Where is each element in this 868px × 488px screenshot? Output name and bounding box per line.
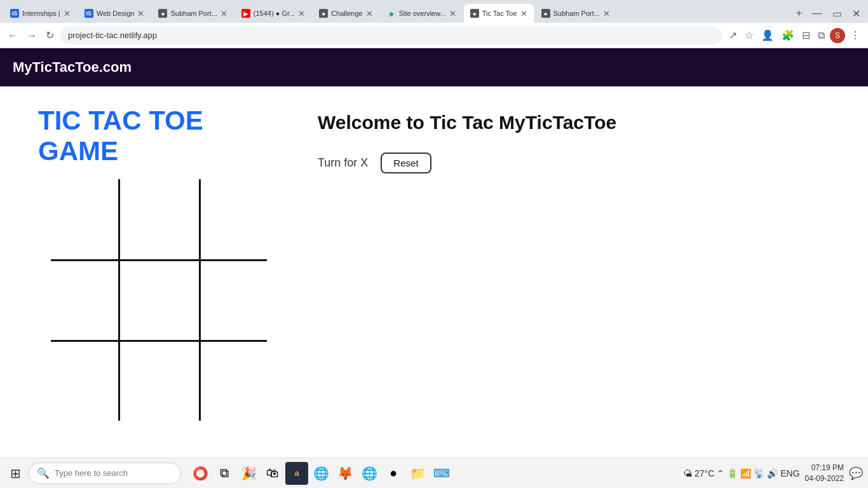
tab-favicon: ● bbox=[319, 9, 328, 18]
tab-close-icon[interactable]: ✕ bbox=[520, 9, 527, 18]
horizontal-line-2 bbox=[51, 340, 267, 342]
taskbar-vscode-icon[interactable]: ⌨ bbox=[430, 462, 453, 485]
browser-tab-t8[interactable]: ● Subham Port... ✕ bbox=[535, 4, 616, 23]
browser-tab-t6[interactable]: ◆ Site overview... ✕ bbox=[381, 4, 463, 23]
taskbar-files-icon[interactable]: 📁 bbox=[406, 462, 429, 485]
share-icon[interactable]: ↗ bbox=[726, 28, 740, 43]
tab-title: Subham Port... bbox=[170, 10, 217, 17]
minimize-button[interactable]: — bbox=[808, 6, 826, 20]
vertical-line-1 bbox=[118, 179, 120, 421]
temperature-text: 27°C bbox=[695, 468, 714, 478]
search-input[interactable] bbox=[55, 468, 169, 478]
profile-icon[interactable]: 👤 bbox=[759, 28, 776, 43]
tab-close-icon[interactable]: ✕ bbox=[137, 9, 144, 18]
battery-icon: 🔋 bbox=[727, 468, 738, 478]
clock-date: 04-09-2022 bbox=[805, 473, 844, 484]
clock-time: 07:19 PM bbox=[805, 463, 844, 473]
address-input[interactable] bbox=[60, 27, 722, 44]
horizontal-line-1 bbox=[51, 259, 267, 261]
taskbar-confetti-icon[interactable]: 🎉 bbox=[237, 462, 260, 485]
taskbar-cortana-icon[interactable]: ⭕ bbox=[189, 462, 212, 485]
maximize-button[interactable]: ▭ bbox=[829, 6, 846, 21]
game-board[interactable] bbox=[38, 179, 280, 421]
turn-row: Turn for X Reset bbox=[318, 152, 817, 173]
close-button[interactable]: ✕ bbox=[848, 6, 864, 21]
tab-favicon: ▶ bbox=[241, 9, 250, 18]
address-bar: ← → ↻ ↗ ☆ 👤 🧩 ⊟ ⧉ S ⋮ bbox=[0, 23, 868, 48]
tab-close-icon[interactable]: ✕ bbox=[449, 9, 456, 18]
tab-favicon: IS bbox=[85, 9, 93, 18]
tab-bar: IS Internships | ✕ IS Web Design ✕ ● Sub… bbox=[0, 0, 868, 23]
search-icon: 🔍 bbox=[37, 467, 50, 479]
game-info-section: Welcome to Tic Tac MyTicTacToe Turn for … bbox=[292, 99, 843, 445]
browser-tab-t3[interactable]: ● Subham Port... ✕ bbox=[152, 4, 233, 23]
browser-chrome: IS Internships | ✕ IS Web Design ✕ ● Sub… bbox=[0, 0, 868, 48]
browser-tab-t4[interactable]: ▶ (1544) ● Gr... ✕ bbox=[235, 4, 311, 23]
tab-title: Web Design bbox=[97, 10, 135, 17]
back-button[interactable]: ← bbox=[5, 29, 20, 43]
taskbar-task-view-icon[interactable]: ⧉ bbox=[213, 462, 236, 485]
taskbar: ⊞ 🔍 ⭕ ⧉ 🎉 🛍 a 🌐 🦊 🌐 ● 📁 ⌨ 🌤 27°C ⌃ 🔋 📶 📡… bbox=[0, 458, 868, 488]
notification-icon[interactable]: 💬 bbox=[849, 466, 863, 480]
tab-close-icon[interactable]: ✕ bbox=[64, 9, 71, 18]
sidebar-icon[interactable]: ⊟ bbox=[799, 28, 813, 43]
taskbar-firefox-icon[interactable]: 🦊 bbox=[334, 462, 356, 485]
tab-title: Internships | bbox=[22, 10, 60, 17]
main-content: TIC TAC TOE GAME Welcome to Tic Tac MyTi… bbox=[0, 86, 868, 458]
tab-favicon: ◆ bbox=[387, 9, 396, 18]
chevron-up-icon[interactable]: ⌃ bbox=[717, 468, 724, 478]
taskbar-store-icon[interactable]: 🛍 bbox=[261, 462, 284, 485]
app-header-title: MyTicTacToe.com bbox=[13, 59, 132, 76]
welcome-text: Welcome to Tic Tac MyTicTacToe bbox=[318, 112, 817, 133]
avatar[interactable]: S bbox=[830, 28, 845, 43]
toolbar-icons: ↗ ☆ 👤 🧩 ⊟ ⧉ S ⋮ bbox=[726, 28, 863, 43]
browser-tab-t7[interactable]: ● Tic Tac Toe ✕ bbox=[464, 4, 534, 23]
tab-close-icon[interactable]: ✕ bbox=[366, 9, 373, 18]
reset-button[interactable]: Reset bbox=[381, 152, 431, 173]
new-tab-button[interactable]: + bbox=[792, 6, 806, 20]
split-icon[interactable]: ⧉ bbox=[815, 29, 827, 43]
taskbar-amazon-icon[interactable]: a bbox=[285, 462, 308, 485]
refresh-button[interactable]: ↻ bbox=[43, 28, 57, 43]
browser-tab-t1[interactable]: IS Internships | ✕ bbox=[4, 4, 77, 23]
turn-text: Turn for X bbox=[318, 156, 368, 170]
wifi-icon: 📡 bbox=[754, 468, 764, 478]
search-bar[interactable]: 🔍 bbox=[29, 463, 181, 484]
start-button[interactable]: ⊞ bbox=[5, 463, 26, 484]
game-board-section: TIC TAC TOE GAME bbox=[25, 99, 292, 445]
tab-bar-actions: + — ▭ ✕ bbox=[792, 6, 864, 21]
tab-title: Subham Port... bbox=[553, 10, 600, 17]
tab-favicon: ● bbox=[541, 9, 550, 18]
game-title: TIC TAC TOE GAME bbox=[38, 105, 280, 166]
tab-title: Tic Tac Toe bbox=[482, 10, 517, 17]
forward-button[interactable]: → bbox=[24, 29, 39, 43]
taskbar-app-icons: ⭕ ⧉ 🎉 🛍 a 🌐 🦊 🌐 ● 📁 ⌨ bbox=[189, 462, 453, 485]
taskbar-chrome2-icon[interactable]: ● bbox=[382, 462, 405, 485]
browser-tab-t5[interactable]: ● Challenge ✕ bbox=[313, 4, 379, 23]
tab-title: Site overview... bbox=[399, 10, 446, 17]
taskbar-chrome-icon[interactable]: 🌐 bbox=[358, 462, 381, 485]
vertical-line-2 bbox=[199, 179, 201, 421]
taskbar-edge-icon[interactable]: 🌐 bbox=[309, 462, 332, 485]
menu-icon[interactable]: ⋮ bbox=[848, 28, 863, 43]
extension-icon[interactable]: 🧩 bbox=[779, 28, 797, 43]
tab-favicon: ● bbox=[470, 9, 479, 18]
bookmark-icon[interactable]: ☆ bbox=[742, 28, 756, 43]
language-text: ENG bbox=[780, 468, 799, 478]
app-header: MyTicTacToe.com bbox=[0, 48, 868, 86]
tab-close-icon[interactable]: ✕ bbox=[298, 9, 305, 18]
tab-favicon: IS bbox=[10, 9, 19, 18]
taskbar-sys-icons: 🌤 27°C ⌃ 🔋 📶 📡 🔊 ENG bbox=[683, 468, 800, 478]
tab-title: Challenge bbox=[331, 10, 363, 17]
browser-tab-t2[interactable]: IS Web Design ✕ bbox=[78, 4, 151, 23]
tab-close-icon[interactable]: ✕ bbox=[220, 9, 227, 18]
weather-icon: 🌤 bbox=[683, 468, 692, 478]
network-icon: 📶 bbox=[740, 468, 751, 478]
volume-icon[interactable]: 🔊 bbox=[767, 468, 778, 478]
tab-favicon: ● bbox=[158, 9, 167, 18]
tab-title: (1544) ● Gr... bbox=[254, 10, 295, 17]
taskbar-clock: 07:19 PM 04-09-2022 bbox=[805, 463, 844, 484]
taskbar-right: 🌤 27°C ⌃ 🔋 📶 📡 🔊 ENG 07:19 PM 04-09-2022… bbox=[683, 463, 863, 484]
tab-close-icon[interactable]: ✕ bbox=[603, 9, 610, 18]
